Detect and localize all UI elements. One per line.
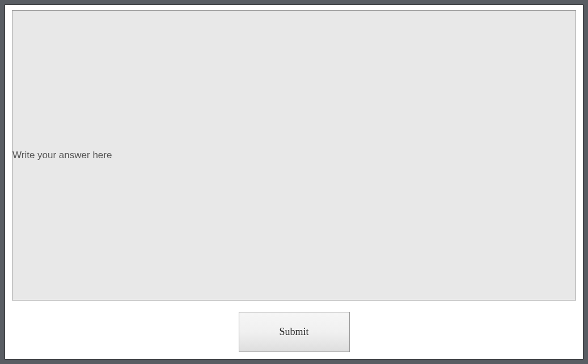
answer-placeholder: Write your answer here [12,150,112,161]
answer-input[interactable]: Write your answer here [12,10,576,300]
submit-button[interactable]: Submit [239,312,350,352]
form-panel: Write your answer here Submit [5,5,583,359]
submit-wrap: Submit [12,312,576,352]
